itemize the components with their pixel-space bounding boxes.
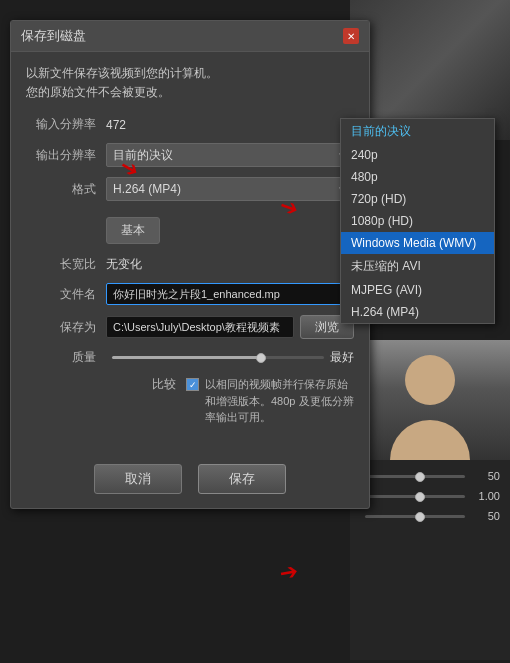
savepath-input[interactable]: C:\Users\July\Desktop\教程视频素 <box>106 316 294 338</box>
slider-value-1: 50 <box>470 470 500 482</box>
checkbox-check-icon: ✓ <box>189 380 197 390</box>
aspect-ratio-label: 长宽比 <box>26 256 106 273</box>
slider-thumb-2[interactable] <box>415 492 425 502</box>
dialog-footer: 取消 保存 <box>11 454 369 508</box>
input-resolution-value: 472 <box>106 118 126 132</box>
quality-row: 质量 最好 <box>26 349 354 366</box>
close-button[interactable]: ✕ <box>343 28 359 44</box>
filename-value: 你好旧时光之片段1_enhanced.mp <box>113 288 280 300</box>
filename-label: 文件名 <box>26 286 106 303</box>
format-label: 格式 <box>26 181 106 198</box>
slider-row-2: 1.00 <box>360 490 500 502</box>
slider-thumb-3[interactable] <box>415 512 425 522</box>
compare-label: 比较 <box>106 376 186 393</box>
dropdown-item-6[interactable]: 未压缩的 AVI <box>341 254 494 279</box>
dropdown-item-2[interactable]: 480p <box>341 166 494 188</box>
filename-input[interactable]: 你好旧时光之片段1_enhanced.mp <box>106 283 354 305</box>
savepath-row: 保存为 C:\Users\July\Desktop\教程视频素 浏览 <box>26 315 354 339</box>
output-resolution-selected-value: 目前的决议 <box>113 147 173 164</box>
basic-tab[interactable]: 基本 <box>106 217 160 244</box>
cancel-button[interactable]: 取消 <box>94 464 182 494</box>
slider-value-2: 1.00 <box>470 490 500 502</box>
quality-thumb[interactable] <box>256 353 266 363</box>
person-thumbnail <box>350 340 510 460</box>
format-select[interactable]: H.264 (MP4) ▼ <box>106 177 354 201</box>
dialog-description: 以新文件保存该视频到您的计算机。 您的原始文件不会被更改。 <box>26 64 354 102</box>
slider-track-3[interactable] <box>365 515 465 518</box>
dropdown-item-4[interactable]: 1080p (HD) <box>341 210 494 232</box>
dropdown-item-7[interactable]: MJPEG (AVI) <box>341 279 494 301</box>
slider-row-3: 50 <box>360 510 500 522</box>
compare-row: 比较 ✓ 以相同的视频帧并行保存原始和增强版本。480p 及更低分辨率输出可用。 <box>26 376 354 426</box>
slider-track-2[interactable] <box>365 495 465 498</box>
person-body <box>390 420 470 460</box>
slider-value-3: 50 <box>470 510 500 522</box>
description-line1: 以新文件保存该视频到您的计算机。 <box>26 64 354 83</box>
right-panel: 50 1.00 50 <box>350 460 510 660</box>
input-resolution-label: 输入分辨率 <box>26 116 106 133</box>
aspect-ratio-value: 无变化 <box>106 256 142 273</box>
compare-text: 以相同的视频帧并行保存原始和增强版本。480p 及更低分辨率输出可用。 <box>205 376 354 426</box>
savepath-label: 保存为 <box>26 319 106 336</box>
dialog-titlebar: 保存到磁盘 ✕ <box>11 21 369 52</box>
dialog-title: 保存到磁盘 <box>21 27 86 45</box>
dropdown-item-0[interactable]: 目前的决议 <box>341 119 494 144</box>
filename-row: 文件名 你好旧时光之片段1_enhanced.mp <box>26 283 354 305</box>
dropdown-item-5[interactable]: Windows Media (WMV) <box>341 232 494 254</box>
quality-slider[interactable] <box>112 356 324 359</box>
dialog-body: 以新文件保存该视频到您的计算机。 您的原始文件不会被更改。 输入分辨率 472 … <box>11 52 369 454</box>
format-row: 格式 H.264 (MP4) ▼ <box>26 177 354 201</box>
slider-thumb-1[interactable] <box>415 472 425 482</box>
savepath-value: C:\Users\July\Desktop\教程视频素 <box>113 320 280 335</box>
format-dropdown-menu: 目前的决议 240p 480p 720p (HD) 1080p (HD) Win… <box>340 118 495 324</box>
quality-label: 质量 <box>26 349 106 366</box>
dropdown-item-8[interactable]: H.264 (MP4) <box>341 301 494 323</box>
description-line2: 您的原始文件不会被更改。 <box>26 83 354 102</box>
output-resolution-label: 输出分辨率 <box>26 147 106 164</box>
save-button[interactable]: 保存 <box>198 464 286 494</box>
quality-value: 最好 <box>330 349 354 366</box>
person-head <box>405 355 455 405</box>
thumbnail-bottom-right <box>350 340 510 460</box>
compare-checkbox[interactable]: ✓ <box>186 378 199 391</box>
slider-row-1: 50 <box>360 470 500 482</box>
format-selected-value: H.264 (MP4) <box>113 182 181 196</box>
aspect-ratio-row: 长宽比 无变化 <box>26 256 354 273</box>
slider-track-1[interactable] <box>365 475 465 478</box>
output-resolution-select[interactable]: 目前的决议 ▼ <box>106 143 354 167</box>
output-resolution-row: 输出分辨率 目前的决议 ▼ <box>26 143 354 167</box>
input-resolution-row: 输入分辨率 472 <box>26 116 354 133</box>
compare-section: 比较 ✓ 以相同的视频帧并行保存原始和增强版本。480p 及更低分辨率输出可用。 <box>26 376 354 426</box>
dropdown-item-3[interactable]: 720p (HD) <box>341 188 494 210</box>
dropdown-item-1[interactable]: 240p <box>341 144 494 166</box>
save-dialog: 保存到磁盘 ✕ 以新文件保存该视频到您的计算机。 您的原始文件不会被更改。 输入… <box>10 20 370 509</box>
